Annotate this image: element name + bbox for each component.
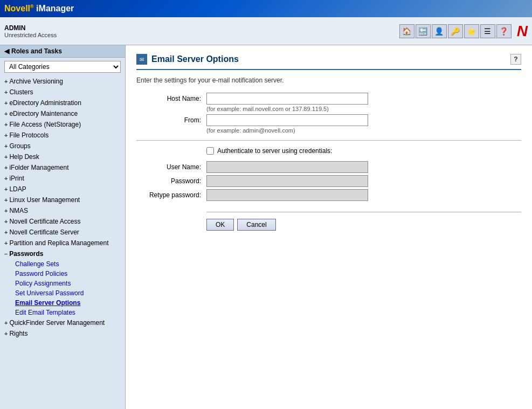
sidebar-item-iprint[interactable]: + iPrint <box>0 173 125 184</box>
main-layout: ◀ Roles and Tasks All Categories + Archi… <box>0 45 532 409</box>
sidebar-item-rights[interactable]: + Rights <box>0 328 125 339</box>
sidebar-item-novell-cert-access[interactable]: + Novell Certificate Access <box>0 216 125 227</box>
ok-button[interactable]: OK <box>206 219 234 231</box>
sidebar-item-ifolder[interactable]: + iFolder Management <box>0 162 125 173</box>
sidebar-header-label: Roles and Tasks <box>11 47 62 55</box>
form-divider-1 <box>136 140 521 141</box>
authenticate-checkbox[interactable] <box>206 147 214 155</box>
sidebar-item-email-server-options[interactable]: Email Server Options <box>11 298 125 308</box>
from-input[interactable] <box>206 114 368 126</box>
host-name-label: Host Name: <box>136 93 206 102</box>
sidebar-item-challenge-sets[interactable]: Challenge Sets <box>11 259 125 269</box>
admin-info: ADMIN Unrestricted Access <box>4 24 57 38</box>
sidebar-item-passwords[interactable]: – Passwords <box>0 248 125 259</box>
sidebar-item-groups[interactable]: + Groups <box>0 141 125 151</box>
sidebar-nav: + Archive Versioning + Clusters + eDirec… <box>0 76 125 339</box>
user-name-label: User Name: <box>136 161 206 171</box>
home-button[interactable]: 🏠 <box>399 24 414 38</box>
from-field: (for example: admin@novell.com) <box>206 114 521 134</box>
help-icon[interactable]: ? <box>510 54 521 65</box>
email-icon: ✉ <box>136 54 147 65</box>
page-title-left: ✉ Email Server Options <box>136 54 239 65</box>
help-button[interactable]: ❓ <box>496 24 512 38</box>
retype-password-input[interactable] <box>206 189 368 201</box>
user-name-row: User Name: <box>136 161 521 173</box>
host-name-row: Host Name: (for example: mail.novell.com… <box>136 93 521 112</box>
sidebar-collapse-icon[interactable]: ◀ <box>4 47 9 55</box>
from-row: From: (for example: admin@novell.com) <box>136 114 521 134</box>
password-field <box>206 175 521 187</box>
key-button[interactable]: 🔑 <box>448 24 463 38</box>
sidebar-item-clusters[interactable]: + Clusters <box>0 87 125 98</box>
sidebar-item-partition[interactable]: + Partition and Replica Management <box>0 238 125 248</box>
sidebar-item-archive-versioning[interactable]: + Archive Versioning <box>0 76 125 87</box>
page-title: Email Server Options <box>151 54 239 64</box>
novell-logo: N <box>517 23 528 40</box>
toolbar: 🏠 🔙 👤 🔑 ⭐ ☰ ❓ N <box>399 23 528 40</box>
sidebar-item-set-universal-password[interactable]: Set Universal Password <box>11 288 125 298</box>
password-input[interactable] <box>206 175 368 187</box>
button-row: OK Cancel <box>206 212 521 231</box>
from-hint: (for example: admin@novell.com) <box>206 127 521 134</box>
sidebar-item-file-protocols[interactable]: + File Protocols <box>0 130 125 141</box>
category-select[interactable]: All Categories <box>4 61 121 73</box>
admin-bar: ADMIN Unrestricted Access 🏠 🔙 👤 🔑 ⭐ ☰ ❓ … <box>0 17 532 45</box>
host-name-field: (for example: mail.novell.com or 137.89.… <box>206 93 521 112</box>
admin-access: Unrestricted Access <box>4 32 57 38</box>
sidebar-item-ldap[interactable]: + LDAP <box>0 184 125 195</box>
password-row: Password: <box>136 175 521 187</box>
retype-password-row: Retype password: <box>136 189 521 201</box>
host-name-input[interactable] <box>206 93 368 105</box>
host-name-hint: (for example: mail.novell.com or 137.89.… <box>206 106 521 112</box>
admin-name: ADMIN <box>4 24 57 32</box>
authenticate-row: Authenticate to server using credentials… <box>206 147 521 155</box>
sidebar-item-password-policies[interactable]: Password Policies <box>11 269 125 279</box>
user-button[interactable]: 👤 <box>432 24 447 38</box>
content-area: ✉ Email Server Options ? Enter the setti… <box>126 45 532 409</box>
page-title-bar: ✉ Email Server Options ? <box>136 54 521 70</box>
sidebar-item-edit-email-templates[interactable]: Edit Email Templates <box>11 308 125 317</box>
sidebar-item-edirectory-admin[interactable]: + eDirectory Administration <box>0 98 125 108</box>
retype-password-label: Retype password: <box>136 189 206 199</box>
retype-password-field <box>206 189 521 201</box>
user-name-field <box>206 161 521 173</box>
authenticate-label: Authenticate to server using credentials… <box>217 147 332 155</box>
sidebar-item-policy-assignments[interactable]: Policy Assignments <box>11 279 125 288</box>
back-button[interactable]: 🔙 <box>416 24 431 38</box>
description: Enter the settings for your e-mail notif… <box>136 77 521 84</box>
sidebar: ◀ Roles and Tasks All Categories + Archi… <box>0 45 126 409</box>
sidebar-item-file-access[interactable]: + File Access (NetStorage) <box>0 119 125 130</box>
from-label: From: <box>136 114 206 124</box>
content-inner: ✉ Email Server Options ? Enter the setti… <box>126 45 532 239</box>
star-button[interactable]: ⭐ <box>464 24 479 38</box>
sidebar-item-nmas[interactable]: + NMAS <box>0 205 125 216</box>
list-button[interactable]: ☰ <box>480 24 495 38</box>
app-logo: Novell® iManager <box>4 4 74 13</box>
password-label: Password: <box>136 175 206 185</box>
sidebar-item-help-desk[interactable]: + Help Desk <box>0 151 125 162</box>
roles-tasks-header: ◀ Roles and Tasks <box>0 45 125 58</box>
category-select-wrap: All Categories <box>0 58 125 76</box>
app-header: Novell® iManager <box>0 0 532 17</box>
sidebar-item-edirectory-maintenance[interactable]: + eDirectory Maintenance <box>0 108 125 119</box>
user-name-input[interactable] <box>206 161 368 173</box>
sidebar-item-linux-user[interactable]: + Linux User Management <box>0 195 125 205</box>
cancel-button[interactable]: Cancel <box>237 219 275 231</box>
sidebar-item-quickfinder[interactable]: + QuickFinder Server Management <box>0 317 125 328</box>
sidebar-item-novell-cert-server[interactable]: + Novell Certificate Server <box>0 227 125 238</box>
passwords-subitems: Challenge Sets Password Policies Policy … <box>0 259 125 317</box>
